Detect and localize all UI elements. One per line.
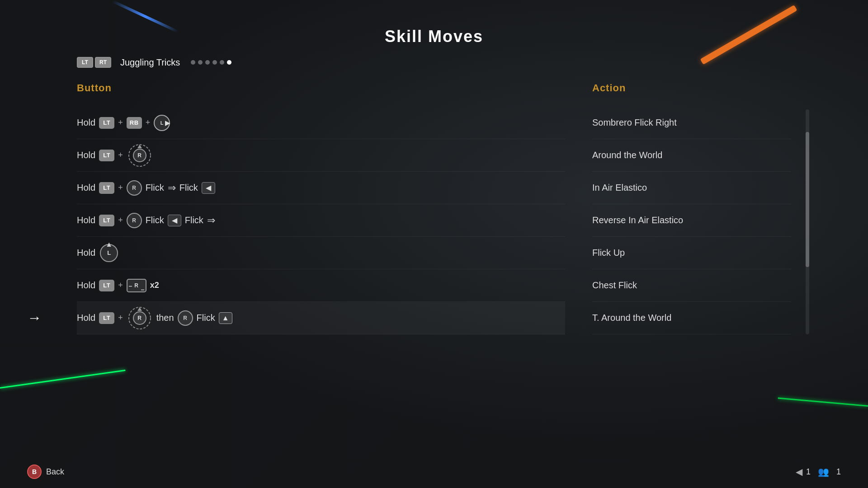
lt-badge-4: LT (99, 215, 114, 226)
x2-label-6: x2 (150, 281, 159, 290)
rt-button[interactable]: RT (95, 57, 111, 68)
btn-seq-6: Hold LT + ⎯ R ⎯ x2 (77, 279, 159, 292)
action-label-5: Flick Up (592, 237, 791, 269)
page-title: Skill Moves (77, 27, 791, 46)
lt-badge-1: LT (99, 117, 114, 129)
tab-buttons: LT RT (77, 57, 111, 68)
nav-left-arrow[interactable]: ◀ (796, 466, 802, 477)
l-stick-up-5: ▲ L (99, 243, 119, 263)
action-label-3: In Air Elastico (592, 172, 791, 204)
dot-2 (198, 60, 203, 65)
main-panel: Skill Moves LT RT Juggling Tricks Button… (77, 27, 791, 461)
plus-5: + (118, 216, 123, 225)
move-row-4[interactable]: Hold LT + R Flick ◀ Flick ⇒ (77, 204, 565, 237)
flick-word-7: Flick (197, 313, 215, 323)
move-row-6[interactable]: Hold LT + ⎯ R ⎯ x2 (77, 269, 565, 302)
btn-seq-7: Hold LT + R then R Flick ▲ (77, 305, 232, 331)
r-rotate-1: R (127, 142, 153, 169)
hold-word-1: Hold (77, 117, 95, 128)
button-column: Button Hold LT + RB + L ▶ Hold (77, 82, 565, 334)
back-button[interactable]: B Back (27, 465, 64, 479)
r-stick-4: R (127, 213, 142, 228)
move-row-5[interactable]: Hold ▲ L (77, 237, 565, 269)
btn-seq-3: Hold LT + R Flick ⇒ Flick ◀ (77, 180, 215, 196)
dot-1 (191, 60, 195, 65)
selected-arrow: → (27, 310, 42, 326)
up-arrow-7: ▲ (219, 312, 232, 324)
action-column: Action Sombrero Flick Right Around the W… (565, 82, 791, 334)
dot-3 (205, 60, 210, 65)
flick-word-4b: Flick (185, 215, 203, 225)
move-row-7[interactable]: → Hold LT + R then R Flick (77, 302, 565, 334)
arrow-right-3: ⇒ (168, 182, 176, 194)
l-stick-1: L ▶ (154, 115, 170, 131)
lt-badge-7: LT (99, 312, 114, 324)
action-label-1: Sombrero Flick Right (592, 107, 791, 139)
scrollbar-track[interactable] (806, 109, 809, 334)
plus-4: + (118, 183, 123, 192)
green-line-right (778, 398, 868, 407)
move-row-3[interactable]: Hold LT + R Flick ⇒ Flick ◀ (77, 172, 565, 204)
action-label-2: Around the World (592, 139, 791, 172)
dot-5 (220, 60, 224, 65)
rb-badge-1: RB (127, 117, 142, 129)
player-number: 1 (836, 467, 841, 477)
back-label: Back (46, 467, 64, 477)
dot-4 (212, 60, 217, 65)
people-icon: 👥 (818, 466, 829, 477)
dir-left-3: ◀ (202, 182, 215, 194)
hold-word-5: Hold (77, 248, 95, 258)
move-row-2[interactable]: Hold LT + R (77, 139, 565, 172)
page-nav: ◀ 1 (796, 466, 811, 477)
action-label-6: Chest Flick (592, 269, 791, 302)
hold-word-7: Hold (77, 313, 95, 323)
lt-badge-6: LT (99, 280, 114, 291)
button-column-header: Button (77, 82, 565, 94)
plus-1: + (118, 118, 123, 127)
action-label-4: Reverse In Air Elastico (592, 204, 791, 237)
page-number: 1 (806, 467, 811, 477)
btn-seq-5: Hold ▲ L (77, 243, 119, 263)
btn-seq-1: Hold LT + RB + L ▶ (77, 115, 170, 131)
plus-7: + (118, 313, 123, 323)
bottom-bar: B Back ◀ 1 👥 1 (0, 465, 868, 479)
flick-word-3b: Flick (179, 183, 198, 193)
action-column-header: Action (592, 82, 791, 94)
move-row-1[interactable]: Hold LT + RB + L ▶ (77, 107, 565, 139)
r-special-6: ⎯ R ⎯ (127, 279, 146, 292)
r-stick-3: R (127, 180, 142, 196)
lt-badge-3: LT (99, 182, 114, 194)
plus-2: + (146, 118, 151, 127)
r-stick-7b: R (178, 310, 193, 326)
page-info: ◀ 1 👥 1 (796, 466, 841, 477)
action-label-7: T. Around the World (592, 302, 791, 334)
hold-word-2: Hold (77, 150, 95, 160)
hold-word-3: Hold (77, 183, 95, 193)
plus-3: + (118, 150, 123, 160)
then-word-7: then (156, 313, 174, 323)
tab-dots (191, 60, 231, 65)
lt-button[interactable]: LT (77, 57, 93, 68)
plus-6: + (118, 281, 123, 290)
dir-left-4: ◀ (168, 215, 181, 226)
b-icon: B (27, 465, 42, 479)
r-rotate-7: R (127, 305, 153, 331)
content-area: Button Hold LT + RB + L ▶ Hold (77, 82, 791, 334)
tab-label: Juggling Tricks (120, 57, 180, 68)
hold-word-6: Hold (77, 280, 95, 291)
flick-word-3a: Flick (146, 183, 164, 193)
up-arrow-5: ▲ (105, 240, 113, 249)
arrow-right-4: ⇒ (207, 215, 215, 226)
lt-badge-2: LT (99, 150, 114, 161)
btn-seq-2: Hold LT + R (77, 142, 153, 169)
hold-word-4: Hold (77, 215, 95, 225)
rotate-svg-1 (127, 142, 153, 169)
rotate-svg-7 (127, 305, 153, 331)
scrollbar-thumb[interactable] (806, 132, 809, 267)
flick-word-4a: Flick (146, 215, 164, 225)
tab-bar: LT RT Juggling Tricks (77, 57, 791, 68)
btn-seq-4: Hold LT + R Flick ◀ Flick ⇒ (77, 213, 215, 228)
dot-6-active (227, 60, 231, 65)
